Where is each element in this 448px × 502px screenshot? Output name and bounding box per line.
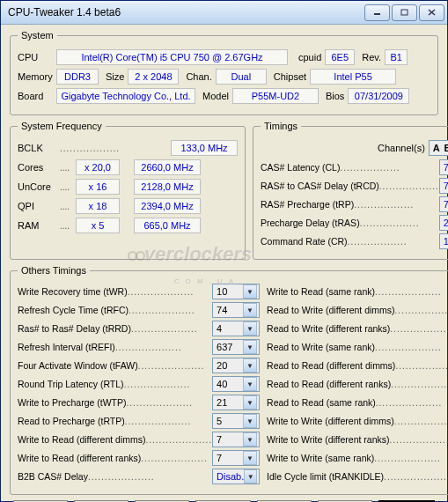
timing-select[interactable]: 7▼ (439, 196, 448, 212)
freq-value: 2128,0 MHz (134, 179, 201, 195)
freq-value: 665,0 MHz (134, 218, 201, 233)
other-timing-label: Write to Read (different ranks) (18, 453, 141, 463)
freq-label: RAM (18, 220, 60, 231)
freq-label: QPI (18, 201, 60, 211)
size-label: Size (106, 71, 124, 82)
other-timing-label: Read to Write (same rank) (267, 342, 375, 352)
svg-rect-1 (401, 10, 408, 15)
other-timing-select[interactable]: 7▼ (212, 450, 260, 466)
chevron-down-icon: ▼ (243, 284, 257, 299)
other-timing-label: Read to Write (different dimms) (267, 305, 395, 315)
chevron-down-icon: ▼ (243, 358, 257, 373)
other-timing-select[interactable]: 637▼ (212, 339, 260, 355)
others-group: Others Timings Write Recovery time (tWR)… (10, 265, 448, 495)
other-timing-label: Read to Read (different ranks) (267, 379, 391, 389)
other-timing-label: Read to Read (different dimms) (267, 360, 395, 371)
other-timing-label: Read to Read (same rank) (267, 397, 376, 408)
other-timing-select[interactable]: 4▼ (212, 321, 260, 336)
bclk-label: BCLK (18, 143, 60, 153)
bios-value: 07/31/2009 (348, 88, 409, 104)
channels-select[interactable]: A B▼ (429, 140, 448, 156)
other-timing-label: Write to Read (same rank) (267, 286, 375, 297)
chevron-down-icon: ▼ (243, 451, 257, 465)
board-label: Board (18, 91, 53, 101)
other-timing-label: Round Trip Latency (RTL) (18, 379, 124, 389)
bios-label: Bios (326, 91, 344, 101)
model-label: Model (202, 91, 229, 101)
timing-label: CAS# Latency (CL) (261, 162, 340, 173)
timing-select[interactable]: 7▼ (439, 159, 448, 175)
maximize-button[interactable] (392, 4, 417, 21)
other-timing-label: Write to Read (different dimms) (18, 434, 146, 445)
chevron-down-icon: ▼ (243, 414, 257, 428)
chevron-down-icon: ▼ (243, 303, 257, 317)
other-timing-label: Refresh Cycle Time (tRFC) (18, 305, 129, 315)
freq-value: 2660,0 MHz (134, 159, 201, 175)
others-legend: Others Timings (18, 265, 90, 276)
model-value: P55M-UD2 (232, 88, 319, 104)
size-value: 2 x 2048 (128, 69, 179, 85)
chipset-value: Intel P55 (310, 69, 396, 85)
mult-value: x 18 (76, 198, 120, 214)
other-timing-label: Write to Write (different ranks) (267, 434, 389, 445)
timing-label: RAS# to CAS# Delay (tRCD) (261, 181, 379, 191)
chan-value: Dual (216, 69, 267, 85)
other-timing-select[interactable]: 40▼ (212, 376, 260, 392)
chevron-down-icon: ▼ (244, 469, 257, 484)
other-timing-label: Write to Write (different dimms) (267, 416, 394, 426)
bclk-value: 133,0 MHz (171, 140, 238, 156)
other-timing-select[interactable]: 10▼ (212, 284, 260, 299)
chipset-label: Chipset (274, 71, 306, 82)
mult-value: x 5 (76, 218, 120, 233)
minimize-button[interactable] (364, 4, 390, 21)
chevron-down-icon: ▼ (243, 432, 257, 447)
other-timing-label: Refresh Interval (tREFI) (18, 342, 115, 352)
other-timing-label: Write to Write (same rank) (267, 453, 374, 463)
other-timing-select[interactable]: Disab.▼ (212, 469, 260, 484)
other-timing-select[interactable]: 74▼ (212, 302, 260, 318)
cpu-label: CPU (18, 52, 53, 63)
cpuid-label: cpuid (298, 52, 321, 63)
other-timing-label: Read to Precharge (tRTP) (18, 416, 125, 426)
timing-select[interactable]: 7▼ (439, 178, 448, 194)
other-timing-label: B2B CAS# Delay (18, 471, 88, 482)
other-timing-select[interactable]: 5▼ (212, 413, 260, 429)
cpu-value: Intel(R) Core(TM) i5 CPU 750 @ 2.67GHz (56, 49, 288, 65)
other-timing-select[interactable]: 20▼ (212, 358, 260, 373)
board-value: Gigabyte Technology Co., Ltd. (56, 88, 195, 104)
titlebar: CPU-Tweaker 1.4 beta6 (1, 1, 447, 25)
freq-value: 2394,0 MHz (134, 198, 201, 214)
other-timing-select[interactable]: 21▼ (212, 395, 260, 410)
cpuid-value: 6E5 (325, 49, 355, 65)
other-timing-label: Ras# to Ras# Delay (tRRD) (18, 323, 131, 334)
mult-value: x 20,0 (76, 159, 120, 175)
timing-label: Precharge Delay (tRAS) (261, 218, 360, 228)
other-timing-select[interactable]: 7▼ (212, 432, 260, 447)
chevron-down-icon: ▼ (243, 340, 257, 354)
rev-value: B1 (385, 49, 408, 65)
system-group: System CPU Intel(R) Core(TM) i5 CPU 750 … (10, 30, 438, 115)
rev-label: Rev. (362, 52, 381, 63)
freq-label: UnCore (18, 181, 60, 192)
channels-label: Channel(s) (378, 143, 425, 153)
timing-select[interactable]: 1N▼ (439, 233, 448, 249)
timings-legend: Timings (261, 121, 301, 131)
mult-value: x 16 (76, 179, 120, 195)
sysfreq-legend: System Frequency (18, 121, 106, 131)
timing-label: Command Rate (CR) (261, 236, 348, 247)
chevron-down-icon: ▼ (243, 377, 257, 391)
other-timing-label: Four Activate Window (tFAW) (18, 360, 138, 371)
other-timing-label: Write to Precharge (tWTP) (18, 397, 127, 408)
close-button[interactable] (419, 4, 444, 21)
memory-label: Memory (18, 71, 53, 82)
chevron-down-icon: ▼ (243, 395, 257, 410)
freq-label: Cores (18, 162, 60, 173)
timings-group: Timings Channel(s) A B▼ CAS# Latency (CL… (253, 121, 448, 260)
timing-label: RAS# Precharge (tRP) (261, 199, 354, 210)
timing-select[interactable]: 20▼ (439, 215, 448, 231)
sysfreq-group: System Frequency BCLK ..................… (10, 121, 246, 260)
other-timing-label: Idle Cycle limit (tRANKIDLE) (267, 471, 384, 482)
chevron-down-icon: ▼ (243, 321, 257, 336)
memory-value: DDR3 (56, 69, 99, 85)
other-timing-label: Write Recovery time (tWR) (18, 286, 128, 297)
